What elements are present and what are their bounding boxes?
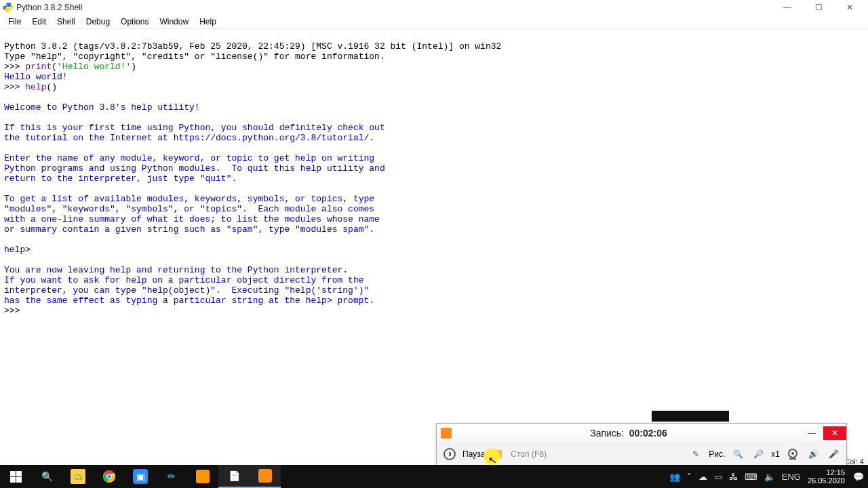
svg-point-3 (791, 452, 794, 455)
pause-button[interactable]: Пауза (462, 449, 485, 459)
prompt: >>> (4, 82, 25, 92)
help-line: If you want to ask for help on a particu… (4, 275, 374, 306)
tray-keyboard-icon[interactable]: ⌨ (745, 472, 757, 482)
tray-time: 12:15 (826, 468, 845, 476)
menu-shell[interactable]: Shell (52, 16, 81, 27)
system-tray: 👥 ˄ ☁ ▭ 🖧 ⌨ 🔈 ENG 12:1526.05.2020 💬 (665, 468, 868, 485)
string-literal: 'Hello world!' (57, 62, 131, 72)
tray-date: 26.05.2020 (808, 476, 845, 485)
stop-shortcut: (F8) (532, 449, 547, 459)
tray-volume-icon[interactable]: 🔈 (764, 472, 775, 482)
paren: () (46, 82, 57, 92)
svg-rect-4 (789, 458, 796, 460)
help-line: Enter the name of any module, keyword, o… (4, 153, 385, 184)
webcam-icon[interactable] (785, 447, 800, 462)
python-icon (3, 2, 14, 13)
tray-onedrive-icon[interactable]: ☁ (698, 472, 707, 482)
tray-clock[interactable]: 12:1526.05.2020 (808, 468, 846, 485)
taskbar-idle[interactable]: 📄 (218, 465, 250, 488)
tray-language[interactable]: ENG (782, 472, 801, 482)
close-button[interactable]: ✕ (834, 0, 865, 15)
banner-line: Python 3.8.2 (tags/v3.8.2:7b3ab59, Feb 2… (4, 41, 501, 52)
microphone-icon[interactable]: 🎤 (826, 447, 841, 462)
paren: ( (52, 62, 57, 72)
recorder-title: Запись: 00:02:06 (457, 428, 800, 439)
tray-people-icon[interactable]: 👥 (669, 472, 680, 482)
tooltip-strip (652, 411, 729, 422)
recorder-close-button[interactable]: ✕ (823, 426, 846, 440)
recorder-timer: 00:02:06 (629, 428, 667, 439)
svg-point-1 (9, 10, 10, 11)
search-button[interactable]: 🔍 (31, 465, 62, 488)
prompt: >>> (4, 62, 25, 72)
minimize-button[interactable]: — (772, 0, 803, 15)
recorder-titlebar[interactable]: Запись: 00:02:06 — ✕ (437, 424, 846, 442)
pencil-icon[interactable]: ✎ (688, 447, 703, 462)
menu-debug[interactable]: Debug (81, 16, 115, 27)
taskbar: 🔍 🗂 ▣ ✏ 📄 👥 ˄ ☁ ▭ 🖧 ⌨ 🔈 ENG 12:1526.05.2… (0, 465, 868, 488)
tray-network-icon[interactable]: 🖧 (729, 472, 738, 482)
zoom-in-icon[interactable]: 🔍 (730, 447, 745, 462)
titlebar: Python 3.8.2 Shell — ☐ ✕ (0, 0, 868, 15)
recorder-window: Запись: 00:02:06 — ✕ II Пауза Стоп (F8) … (436, 423, 847, 467)
start-button[interactable] (0, 465, 31, 488)
zoom-out-icon[interactable]: 🔎 (751, 447, 766, 462)
window-title: Python 3.8.2 Shell (16, 3, 82, 12)
pause-icon[interactable]: II (442, 447, 457, 462)
speaker-icon[interactable]: 🔊 (806, 447, 821, 462)
func-name: print (25, 62, 52, 72)
menu-options[interactable]: Options (115, 16, 154, 27)
menu-window[interactable]: Window (154, 16, 194, 27)
menu-file[interactable]: File (3, 16, 26, 27)
menu-help[interactable]: Help (194, 16, 222, 27)
func-name: help (25, 82, 46, 92)
taskbar-paint[interactable]: ✏ (156, 465, 187, 488)
taskbar-chrome[interactable] (94, 465, 125, 488)
taskbar-app-orange[interactable] (187, 465, 218, 488)
taskbar-explorer[interactable]: 🗂 (62, 465, 94, 488)
tray-notifications-icon[interactable]: 💬 (853, 472, 864, 482)
help-prompt: help> (4, 245, 36, 255)
paren: ) (131, 62, 136, 72)
banner-line: Type "help", "copyright", "credits" or "… (4, 52, 385, 62)
menu-edit[interactable]: Edit (26, 16, 52, 27)
help-line: You are now leaving help and returning t… (4, 265, 348, 275)
stop-label: Стоп (511, 449, 529, 459)
prompt: >>> (4, 306, 25, 316)
stop-button[interactable]: Стоп (F8) (511, 449, 547, 459)
recorder-label: Запись: (590, 428, 624, 439)
taskbar-zoom[interactable]: ▣ (125, 465, 156, 488)
tray-chevron-up-icon[interactable]: ˄ (687, 472, 692, 482)
help-line: If this is your first time using Python,… (4, 123, 385, 143)
draw-button[interactable]: Рис. (709, 449, 725, 459)
maximize-button[interactable]: ☐ (803, 0, 834, 15)
menu-bar: File Edit Shell Debug Options Window Hel… (0, 15, 868, 28)
stdout-line: Hello world! (4, 72, 68, 82)
tray-battery-icon[interactable]: ▭ (714, 472, 722, 482)
taskbar-recorder[interactable] (250, 465, 281, 488)
recorder-minimize-button[interactable]: — (800, 426, 823, 440)
help-line: To get a list of available modules, keyw… (4, 194, 380, 235)
zoom-level: x1 (771, 449, 780, 459)
svg-point-0 (6, 3, 7, 4)
recorder-app-icon (441, 428, 452, 439)
stop-icon[interactable] (490, 447, 505, 462)
shell-output[interactable]: Python 3.8.2 (tags/v3.8.2:7b3ab59, Feb 2… (0, 28, 868, 319)
help-line: Welcome to Python 3.8's help utility! (4, 102, 200, 113)
